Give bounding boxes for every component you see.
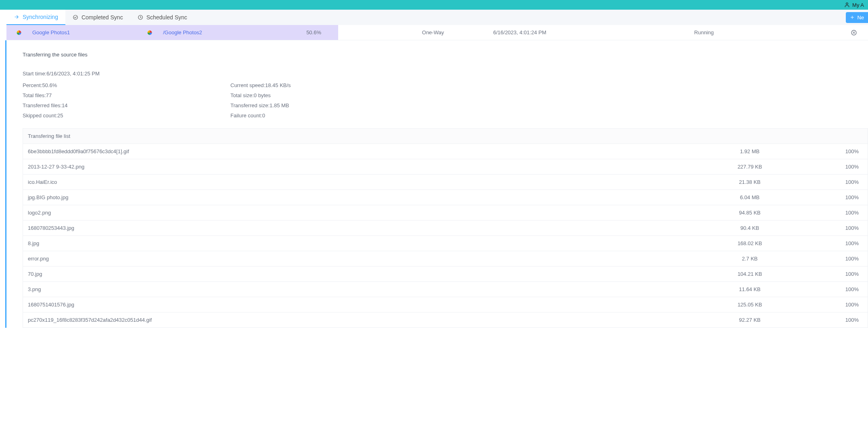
- sync-time: 6/16/2023, 4:01:24 PM: [479, 29, 560, 35]
- sync-job-progress: Google Photos1 /Google Photos2 50.6%: [6, 25, 338, 40]
- file-percent: 100%: [790, 302, 863, 308]
- transferred-size-value: 1.85 MB: [270, 102, 289, 108]
- start-time-label: Start time:: [23, 71, 46, 77]
- file-percent: 100%: [790, 225, 863, 231]
- file-percent: 100%: [790, 148, 863, 154]
- file-row: 1680751401576.jpg125.05 KB100%: [23, 297, 868, 312]
- file-size: 94.85 KB: [709, 210, 790, 216]
- tab-scheduled[interactable]: Scheduled Sync: [130, 10, 195, 25]
- transferred-files-label: Transferred files:: [23, 102, 62, 108]
- file-row: 6be3bbbb1fd8eddd0f9a0f75676c3dc4[1].gif1…: [23, 144, 868, 159]
- file-name: 70.jpg: [28, 271, 709, 277]
- new-button-label: Ne: [857, 15, 864, 21]
- file-size: 104.21 KB: [709, 271, 790, 277]
- file-name: jpg.BIG photo.jpg: [28, 194, 709, 200]
- transferred-files-value: 14: [62, 102, 67, 108]
- file-size: 11.64 KB: [709, 286, 790, 292]
- skipped-count-label: Skipped count:: [23, 112, 57, 119]
- skipped-count-value: 25: [57, 112, 63, 119]
- tabs: Synchronizing Completed Sync Scheduled S…: [6, 10, 846, 25]
- user-icon: [844, 2, 850, 8]
- file-size: 2.7 KB: [709, 256, 790, 262]
- svg-point-1: [73, 15, 78, 20]
- file-row: 70.jpg104.21 KB100%: [23, 267, 868, 282]
- file-row: ico.HaiEr.ico21.38 KB100%: [23, 175, 868, 190]
- file-list-header: Transfering file list: [23, 129, 868, 144]
- failure-count-label: Failure count:: [230, 112, 262, 119]
- file-percent: 100%: [790, 194, 863, 200]
- arrow-right-icon: [14, 14, 19, 20]
- file-name: 8.jpg: [28, 240, 709, 246]
- tabs-row: Synchronizing Completed Sync Scheduled S…: [6, 10, 868, 25]
- details-title: Transferring the source files: [23, 52, 868, 58]
- sync-source: Google Photos1: [32, 29, 145, 35]
- file-list-table: Transfering file list 6be3bbbb1fd8eddd0f…: [23, 128, 868, 328]
- file-name: pc270x119_16f8c8283f357d242afa2d432c051d…: [28, 317, 709, 323]
- sync-status: Running: [560, 29, 848, 35]
- file-size: 1.92 MB: [709, 148, 790, 154]
- account-label: My A: [852, 2, 864, 8]
- plus-icon: [850, 15, 855, 20]
- percent-label: Percent:: [23, 82, 42, 88]
- total-files-value: 77: [46, 92, 52, 98]
- file-percent: 100%: [790, 317, 863, 323]
- account-menu[interactable]: My A: [844, 2, 864, 8]
- stats-right: Current speed: 18.45 KB/s Total size: 0 …: [230, 82, 438, 119]
- file-size: 92.27 KB: [709, 317, 790, 323]
- file-row: pc270x119_16f8c8283f357d242afa2d432c051d…: [23, 312, 868, 328]
- file-percent: 100%: [790, 164, 863, 170]
- failure-count-value: 0: [262, 112, 265, 119]
- file-name: 1680751401576.jpg: [28, 302, 709, 308]
- file-name: 2013-12-27 9-33-42.png: [28, 164, 709, 170]
- file-row: logo2.png94.85 KB100%: [23, 205, 868, 221]
- close-circle-icon: [851, 29, 857, 36]
- current-speed-value: 18.45 KB/s: [265, 82, 291, 88]
- file-size: 168.02 KB: [709, 240, 790, 246]
- file-percent: 100%: [790, 286, 863, 292]
- google-photos-icon: [145, 28, 154, 37]
- file-percent: 100%: [790, 179, 863, 185]
- file-name: error.png: [28, 256, 709, 262]
- top-teal-bar: My A: [0, 0, 868, 10]
- file-size: 90.4 KB: [709, 225, 790, 231]
- sync-percent: 50.6%: [306, 29, 321, 35]
- total-size-label: Total size:: [230, 92, 254, 98]
- sync-mode: One-Way: [387, 29, 479, 35]
- new-button[interactable]: Ne: [846, 12, 868, 23]
- file-list-header-label: Transfering file list: [28, 133, 863, 139]
- check-circle-icon: [73, 15, 78, 20]
- file-name: logo2.png: [28, 210, 709, 216]
- google-photos-icon: [15, 28, 23, 37]
- start-time-value: 6/16/2023, 4:01:25 PM: [46, 71, 100, 77]
- file-percent: 100%: [790, 256, 863, 262]
- file-row: jpg.BIG photo.jpg6.04 MB100%: [23, 190, 868, 205]
- file-row: 8.jpg168.02 KB100%: [23, 236, 868, 251]
- file-row: 1680780253443.jpg90.4 KB100%: [23, 221, 868, 236]
- cancel-sync-button[interactable]: [848, 29, 860, 36]
- current-speed-label: Current speed:: [230, 82, 265, 88]
- tab-label: Synchronizing: [23, 14, 58, 20]
- file-size: 6.04 MB: [709, 194, 790, 200]
- file-size: 125.05 KB: [709, 302, 790, 308]
- transferred-size-label: Transferred size:: [230, 102, 270, 108]
- transfer-details: Transferring the source files Start time…: [5, 40, 868, 328]
- file-name: 1680780253443.jpg: [28, 225, 709, 231]
- file-size: 21.38 KB: [709, 179, 790, 185]
- file-percent: 100%: [790, 210, 863, 216]
- tab-synchronizing[interactable]: Synchronizing: [6, 10, 65, 25]
- file-row: 2013-12-27 9-33-42.png227.79 KB100%: [23, 159, 868, 175]
- stats-left: Percent: 50.6% Total files: 77 Transferr…: [23, 82, 230, 119]
- sync-job-meta: One-Way 6/16/2023, 4:01:24 PM Running: [338, 25, 868, 40]
- clock-icon: [138, 15, 143, 20]
- file-percent: 100%: [790, 240, 863, 246]
- sync-job-row[interactable]: Google Photos1 /Google Photos2 50.6% One…: [6, 25, 868, 40]
- file-name: 6be3bbbb1fd8eddd0f9a0f75676c3dc4[1].gif: [28, 148, 709, 154]
- tab-label: Completed Sync: [82, 14, 123, 21]
- file-name: 3.png: [28, 286, 709, 292]
- file-row: error.png2.7 KB100%: [23, 251, 868, 267]
- file-row: 3.png11.64 KB100%: [23, 282, 868, 297]
- svg-point-0: [846, 3, 848, 5]
- file-name: ico.HaiEr.ico: [28, 179, 709, 185]
- tab-completed[interactable]: Completed Sync: [65, 10, 130, 25]
- total-size-value: 0 bytes: [254, 92, 271, 98]
